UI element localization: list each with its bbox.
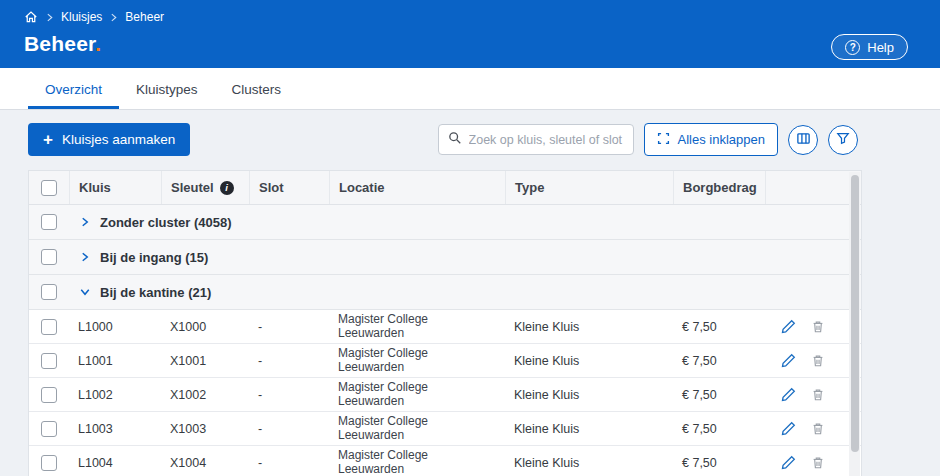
chevron-right-icon[interactable] <box>79 251 91 263</box>
cluster-group-row[interactable]: Zonder cluster (4058) <box>29 205 861 240</box>
cell-sleutel: X1000 <box>161 310 249 343</box>
cell-borgbedrag: € 7,50 <box>673 412 765 445</box>
tab-overzicht[interactable]: Overzicht <box>28 68 119 109</box>
app-header: Kluisjes Beheer Beheer. ? Help <box>0 0 940 68</box>
tab-kluistypes[interactable]: Kluistypes <box>119 68 215 109</box>
search-icon <box>448 131 462 149</box>
breadcrumb-kluisjes[interactable]: Kluisjes <box>61 10 102 24</box>
search-input[interactable] <box>469 133 624 147</box>
edit-button[interactable] <box>781 421 796 436</box>
question-icon: ? <box>845 40 860 55</box>
collapse-all-button[interactable]: Alles inklappen <box>644 123 778 156</box>
table-scrollbar[interactable] <box>849 172 860 476</box>
help-button[interactable]: ? Help <box>831 34 908 60</box>
cell-type: Kleine Kluis <box>505 378 673 411</box>
group-label[interactable]: Zonder cluster (4058) <box>100 215 232 230</box>
delete-button[interactable] <box>811 387 825 402</box>
cell-kluis: L1000 <box>69 310 161 343</box>
collapse-all-label: Alles inklappen <box>678 132 765 147</box>
cell-kluis: L1004 <box>69 446 161 476</box>
group-checkbox[interactable] <box>41 214 57 230</box>
tab-bar: Overzicht Kluistypes Clusters <box>0 68 940 110</box>
cell-sleutel: X1001 <box>161 344 249 377</box>
column-header-kluis[interactable]: Kluis <box>69 171 161 204</box>
filter-button[interactable] <box>828 125 858 155</box>
edit-button[interactable] <box>781 319 796 334</box>
cell-type: Kleine Kluis <box>505 310 673 343</box>
cell-locatie: Magister College Leeuwarden <box>329 378 505 411</box>
home-icon[interactable] <box>24 10 38 24</box>
column-header-slot[interactable]: Slot <box>249 171 329 204</box>
help-label: Help <box>867 40 894 55</box>
breadcrumb: Kluisjes Beheer <box>24 10 164 24</box>
edit-button[interactable] <box>781 387 796 402</box>
chevron-right-icon[interactable] <box>79 216 91 228</box>
delete-button[interactable] <box>811 319 825 334</box>
cell-slot: - <box>249 378 329 411</box>
cell-sleutel: X1004 <box>161 446 249 476</box>
create-lockers-button[interactable]: + Kluisjes aanmaken <box>28 123 190 156</box>
cell-type: Kleine Kluis <box>505 446 673 476</box>
cell-sleutel: X1003 <box>161 412 249 445</box>
cluster-group-row[interactable]: Bij de ingang (15) <box>29 240 861 275</box>
row-checkbox[interactable] <box>41 387 57 403</box>
table-header-row: Kluis Sleutel i Slot Locatie Type Borgbe… <box>29 171 861 205</box>
edit-button[interactable] <box>781 455 796 470</box>
delete-button[interactable] <box>811 421 825 436</box>
cell-slot: - <box>249 344 329 377</box>
column-header-borgbedrag[interactable]: Borgbedrag <box>673 171 765 204</box>
table-row: L1000 X1000 - Magister College Leeuwarde… <box>29 310 861 344</box>
row-checkbox[interactable] <box>41 421 57 437</box>
row-checkbox[interactable] <box>41 455 57 471</box>
columns-button[interactable] <box>788 125 818 155</box>
cell-borgbedrag: € 7,50 <box>673 310 765 343</box>
chevron-right-icon <box>45 13 54 22</box>
chevron-down-icon[interactable] <box>79 286 91 298</box>
cell-locatie: Magister College Leeuwarden <box>329 446 505 476</box>
cell-locatie: Magister College Leeuwarden <box>329 412 505 445</box>
delete-button[interactable] <box>811 353 825 368</box>
chevron-right-icon <box>109 13 118 22</box>
cell-kluis: L1001 <box>69 344 161 377</box>
table-row: L1004 X1004 - Magister College Leeuwarde… <box>29 446 861 476</box>
collapse-icon <box>657 132 670 148</box>
tab-clusters[interactable]: Clusters <box>215 68 299 109</box>
plus-icon: + <box>43 131 53 148</box>
column-header-locatie[interactable]: Locatie <box>329 171 505 204</box>
table-row: L1001 X1001 - Magister College Leeuwarde… <box>29 344 861 378</box>
page-title: Beheer. <box>24 32 101 56</box>
table-row: L1003 X1003 - Magister College Leeuwarde… <box>29 412 861 446</box>
cell-slot: - <box>249 446 329 476</box>
toolbar: + Kluisjes aanmaken Alles inklappen <box>28 123 858 156</box>
columns-icon <box>796 131 811 149</box>
row-checkbox[interactable] <box>41 353 57 369</box>
toolbar-right: Alles inklappen <box>438 123 858 156</box>
title-dot: . <box>95 32 101 55</box>
scrollbar-thumb[interactable] <box>851 175 859 452</box>
cell-borgbedrag: € 7,50 <box>673 446 765 476</box>
table-row: L1002 X1002 - Magister College Leeuwarde… <box>29 378 861 412</box>
group-checkbox[interactable] <box>41 284 57 300</box>
delete-button[interactable] <box>811 455 825 470</box>
group-label[interactable]: Bij de kantine (21) <box>100 285 211 300</box>
cell-slot: - <box>249 310 329 343</box>
cell-locatie: Magister College Leeuwarden <box>329 344 505 377</box>
search-box[interactable] <box>438 124 634 155</box>
cell-slot: - <box>249 412 329 445</box>
lockers-table: Kluis Sleutel i Slot Locatie Type Borgbe… <box>28 170 862 476</box>
column-header-sleutel[interactable]: Sleutel i <box>161 171 249 204</box>
cluster-group-row[interactable]: Bij de kantine (21) <box>29 275 861 310</box>
info-icon[interactable]: i <box>220 181 234 195</box>
group-label[interactable]: Bij de ingang (15) <box>100 250 208 265</box>
cell-type: Kleine Kluis <box>505 412 673 445</box>
cell-kluis: L1003 <box>69 412 161 445</box>
select-all-checkbox[interactable] <box>41 180 57 196</box>
breadcrumb-beheer[interactable]: Beheer <box>125 10 164 24</box>
row-checkbox[interactable] <box>41 319 57 335</box>
edit-button[interactable] <box>781 353 796 368</box>
column-header-type[interactable]: Type <box>505 171 673 204</box>
cell-sleutel: X1002 <box>161 378 249 411</box>
group-checkbox[interactable] <box>41 249 57 265</box>
filter-icon <box>836 131 850 148</box>
cell-borgbedrag: € 7,50 <box>673 378 765 411</box>
